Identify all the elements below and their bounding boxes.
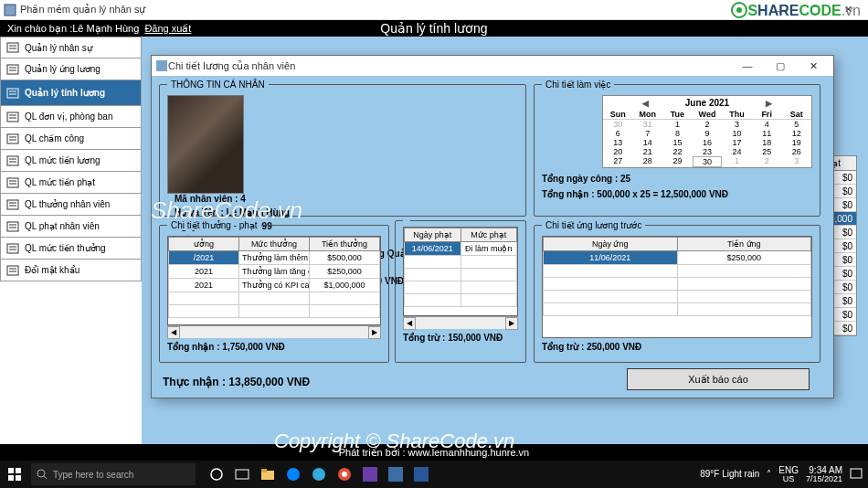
svg-rect-38 <box>16 468 21 473</box>
fine-section: Ngày phạtMức phạt14/06/2021Đi làm muộn ◀… <box>395 220 526 363</box>
sidebar-item-10[interactable]: Đổi mật khẩu <box>0 260 142 281</box>
header-strip: Xin chào bạn : Lê Mạnh Hùng Đăng xuất Qu… <box>0 20 868 37</box>
app-title: Phần mềm quản lý nhân sự <box>20 4 766 16</box>
cortana-icon[interactable] <box>206 464 227 484</box>
sidebar-item-8[interactable]: QL phạt nhân viên <box>0 216 142 238</box>
dialog-maximize-button[interactable]: ▢ <box>764 56 797 76</box>
calendar-month: June 2021 <box>685 98 729 108</box>
svg-rect-37 <box>8 468 14 473</box>
svg-rect-12 <box>7 112 18 122</box>
greeting-prefix: Xin chào bạn : <box>7 23 72 35</box>
calendar[interactable]: ◀ June 2021 ▶ SunMonTueWedThuFriSat30311… <box>602 95 812 168</box>
bonus-section: Chi tiết thưởng - phạt ưởngMức thưởngTiề… <box>159 220 389 363</box>
clock[interactable]: 9:34 AM 7/15/2021 <box>806 465 842 484</box>
taskbar-apps <box>206 464 431 484</box>
sidebar-item-6[interactable]: QL mức tiền phạt <box>0 172 142 194</box>
taskview-icon[interactable] <box>232 464 252 484</box>
svg-rect-39 <box>8 475 14 481</box>
sidebar-icon <box>6 63 19 76</box>
svg-rect-15 <box>7 134 18 143</box>
svg-rect-46 <box>261 469 267 472</box>
svg-point-2 <box>736 7 742 13</box>
advance-table[interactable]: Ngày ứngTiền ứng11/06/2021$250,000 <box>542 236 812 338</box>
explorer-icon[interactable] <box>258 464 278 484</box>
net-salary: Thực nhận : 13,850,000 VNĐ <box>163 376 310 388</box>
svg-point-50 <box>342 472 347 477</box>
chrome-icon[interactable] <box>334 464 355 484</box>
svg-rect-9 <box>7 89 18 98</box>
sidebar-icon <box>6 87 19 100</box>
work-detail-section: Chi tiết làm việc ◀ June 2021 ▶ SunMonTu… <box>534 80 820 217</box>
zalo-icon[interactable] <box>283 464 303 484</box>
sidebar-item-2[interactable]: Quản lý tính lương <box>0 80 142 106</box>
logout-link[interactable]: Đăng xuất <box>144 23 191 35</box>
svg-rect-52 <box>388 467 403 482</box>
search-icon <box>37 469 48 480</box>
svg-point-41 <box>37 470 45 477</box>
svg-rect-6 <box>7 65 18 74</box>
windows-taskbar[interactable]: Type here to search 89°F Light rain ˄ EN… <box>0 461 868 488</box>
word-icon[interactable] <box>411 464 431 484</box>
weather-widget[interactable]: 89°F Light rain <box>700 469 759 479</box>
sidebar-icon <box>6 176 19 189</box>
svg-rect-3 <box>7 43 18 52</box>
taskbar-search[interactable]: Type here to search <box>31 463 196 485</box>
salary-detail-dialog: Chi tiết lương của nhân viên — ▢ ✕ THÔNG… <box>151 55 834 398</box>
svg-rect-33 <box>7 266 18 275</box>
svg-rect-30 <box>7 244 18 253</box>
sidebar-item-7[interactable]: QL thưởng nhân viên <box>0 194 142 216</box>
dialog-close-button[interactable]: ✕ <box>797 56 830 76</box>
personal-info-section: THÔNG TIN CÁ NHÂN Mã nhân viên : 4 Họ và… <box>159 80 526 217</box>
tray-chevron-icon[interactable]: ˄ <box>767 469 771 479</box>
sharecode-brand: SHARECODE.vn <box>731 2 861 19</box>
sidebar-icon <box>6 41 19 54</box>
svg-rect-40 <box>16 475 21 481</box>
svg-point-43 <box>211 469 222 480</box>
calendar-next-icon[interactable]: ▶ <box>766 99 772 108</box>
notifications-icon[interactable] <box>850 468 863 481</box>
sidebar: Quản lý nhân sựQuản lý ứng lươngQuản lý … <box>0 37 142 444</box>
fine-hscrollbar[interactable]: ◀▶ <box>403 316 518 329</box>
calendar-prev-icon[interactable]: ◀ <box>642 99 649 108</box>
bonus-table[interactable]: ưởngMức thưởngTiền thưởng/2021Thưởng làm… <box>167 236 381 325</box>
bonus-hscrollbar[interactable]: ◀▶ <box>167 325 381 338</box>
advance-section: Chi tiết ứng lương trước Ngày ứngTiền ứn… <box>534 220 820 363</box>
dialog-icon <box>155 59 168 72</box>
svg-rect-36 <box>156 60 167 71</box>
svg-rect-51 <box>363 467 377 482</box>
sidebar-item-9[interactable]: QL mức tiền thưởng <box>0 238 142 260</box>
employee-photo <box>167 95 244 194</box>
svg-rect-0 <box>5 5 16 16</box>
sidebar-item-5[interactable]: QL mức tiền lương <box>0 150 142 172</box>
sidebar-icon <box>6 111 19 123</box>
fine-table[interactable]: Ngày phạtMức phạt14/06/2021Đi làm muộn <box>403 227 518 316</box>
svg-rect-54 <box>851 469 862 478</box>
app-taskbar-icon[interactable] <box>386 464 406 484</box>
svg-rect-21 <box>7 178 18 187</box>
start-button[interactable] <box>0 461 29 488</box>
dialog-minimize-button[interactable]: — <box>731 56 764 76</box>
svg-rect-18 <box>7 156 18 165</box>
svg-rect-24 <box>7 200 18 209</box>
current-user: Lê Mạnh Hùng <box>72 23 139 35</box>
system-tray[interactable]: 89°F Light rain ˄ ENG US 9:34 AM 7/15/20… <box>700 465 868 484</box>
page-header: Quản lý tính lương <box>380 21 487 36</box>
edge-icon[interactable] <box>309 464 329 484</box>
svg-rect-44 <box>236 470 249 479</box>
vs-icon[interactable] <box>360 464 380 484</box>
sidebar-item-0[interactable]: Quản lý nhân sự <box>0 37 142 58</box>
dialog-title: Chi tiết lương của nhân viên <box>168 60 731 72</box>
main-area: Tiền phạt$0$0$0$150,000$0$0$0$0$0$0$0$0 … <box>142 37 868 444</box>
sidebar-icon <box>6 154 19 167</box>
sidebar-icon <box>6 264 19 277</box>
export-report-button[interactable]: Xuất báo cáo <box>627 368 810 390</box>
sidebar-item-1[interactable]: Quản lý ứng lương <box>0 58 142 80</box>
sidebar-icon <box>6 242 19 255</box>
sidebar-item-3[interactable]: QL đơn vị, phòng ban <box>0 106 142 128</box>
sidebar-icon <box>6 133 19 145</box>
app-footer: Phát triển bởi : www.lemanhhung.hunre.vn <box>0 444 868 461</box>
sidebar-icon <box>6 198 19 211</box>
svg-rect-53 <box>414 467 429 482</box>
sidebar-item-4[interactable]: QL chấm công <box>0 128 142 150</box>
svg-line-42 <box>44 476 47 479</box>
